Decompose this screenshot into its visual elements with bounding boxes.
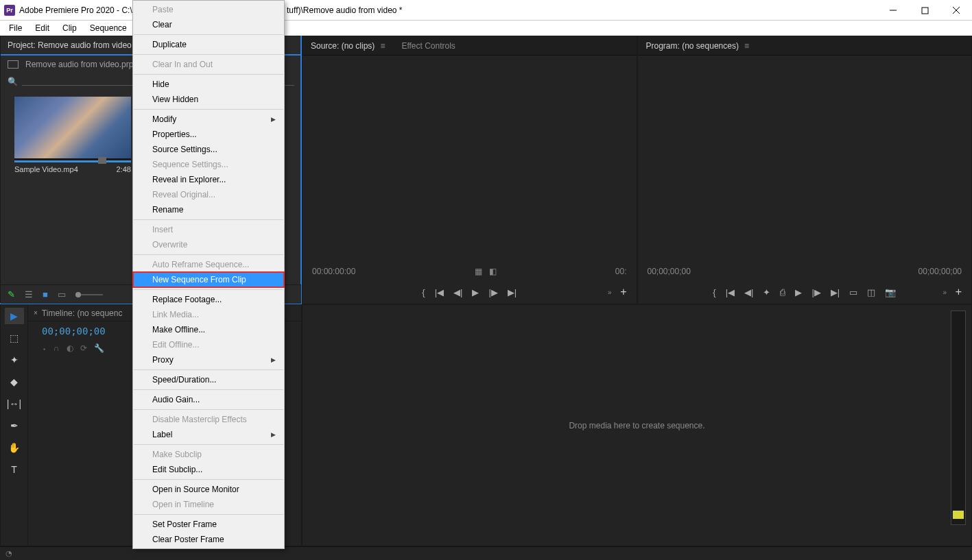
program-tc-left[interactable]: 00;00;00;00: [648, 267, 691, 276]
mark-in-icon[interactable]: {: [422, 287, 425, 297]
close-button[interactable]: [940, 0, 972, 21]
export-frame-icon[interactable]: ▭: [849, 287, 857, 297]
clip-item[interactable]: Sample Video.mp4 2:48: [14, 97, 131, 173]
ripple-edit-tool[interactable]: ✦: [5, 352, 24, 368]
menu-file[interactable]: File: [3, 22, 27, 34]
context-menu-item[interactable]: Duplicate: [133, 37, 284, 52]
context-menu-item[interactable]: Make Offline...: [133, 322, 284, 337]
marker-icon[interactable]: ◐: [67, 343, 73, 353]
context-menu-separator: [134, 289, 283, 290]
wrench-icon[interactable]: 🔧: [94, 343, 104, 353]
context-menu-item[interactable]: Properties...: [133, 127, 284, 142]
add-button-icon[interactable]: +: [620, 286, 626, 298]
step-back-icon[interactable]: ◀|: [744, 287, 753, 297]
close-tab-icon[interactable]: ×: [34, 309, 38, 317]
context-menu-item[interactable]: Edit Subclip...: [133, 462, 284, 477]
settings-icon[interactable]: ⟳: [80, 343, 87, 353]
program-panel-menu-icon[interactable]: ≡: [744, 41, 749, 51]
razor-tool[interactable]: ◆: [5, 374, 24, 390]
context-menu-separator: [134, 254, 283, 255]
source-view[interactable]: [303, 56, 637, 263]
context-menu-item[interactable]: Source Settings...: [133, 142, 284, 157]
type-tool[interactable]: T: [5, 461, 24, 478]
play-icon[interactable]: ▶: [795, 287, 802, 297]
step-fwd-icon[interactable]: |▶: [811, 287, 820, 297]
context-menu-item[interactable]: Clear: [133, 17, 284, 32]
sequence-drop-zone[interactable]: Drop media here to create sequence.: [302, 304, 972, 546]
pen-tool[interactable]: ✒: [5, 417, 24, 434]
play-icon[interactable]: ▶: [472, 287, 479, 297]
more-controls-icon[interactable]: »: [608, 289, 612, 296]
context-menu-item[interactable]: Modify▶: [133, 112, 284, 127]
extract-icon[interactable]: ⎙: [780, 287, 785, 297]
context-menu-item[interactable]: Clear Poster Frame: [133, 532, 284, 547]
zoom-slider[interactable]: [75, 294, 103, 295]
effect-controls-tab[interactable]: Effect Controls: [401, 41, 455, 51]
snap-icon[interactable]: ⬩: [42, 343, 47, 353]
context-menu-item: Reveal Original...: [133, 187, 284, 202]
search-icon: 🔍: [8, 77, 18, 86]
source-tc-right: 00:: [615, 267, 627, 276]
source-tc-left[interactable]: 00:00:00:00: [312, 267, 355, 276]
context-menu-item[interactable]: Open in Source Monitor: [133, 482, 284, 497]
context-menu-item[interactable]: Replace Footage...: [133, 292, 284, 307]
context-menu-item[interactable]: New Sequence From Clip: [133, 272, 284, 287]
menu-sequence[interactable]: Sequence: [84, 22, 132, 34]
selection-tool[interactable]: ▶: [5, 308, 24, 324]
submenu-arrow-icon: ▶: [271, 356, 276, 363]
menu-clip[interactable]: Clip: [57, 22, 82, 34]
context-menu-item: Edit Offline...: [133, 337, 284, 352]
context-menu-item[interactable]: Speed/Duration...: [133, 372, 284, 387]
context-menu-separator: [134, 389, 283, 390]
camera-icon[interactable]: 📷: [885, 287, 896, 297]
source-tab[interactable]: Source: (no clips) ≡: [311, 41, 385, 51]
more-controls-icon[interactable]: »: [943, 289, 947, 296]
hand-tool[interactable]: ✋: [5, 439, 24, 456]
go-out-icon[interactable]: ▶|: [508, 287, 517, 297]
go-out-icon[interactable]: ▶|: [831, 287, 840, 297]
submenu-arrow-icon: ▶: [271, 431, 276, 438]
context-menu-item[interactable]: Audio Gain...: [133, 392, 284, 407]
resolution-icon[interactable]: ◧: [489, 267, 497, 276]
freeform-view-icon[interactable]: ▭: [58, 289, 66, 300]
fit-icon[interactable]: ▦: [475, 267, 482, 276]
pen-icon[interactable]: ✎: [8, 289, 15, 300]
context-menu-item[interactable]: Proxy▶: [133, 352, 284, 367]
context-menu-item[interactable]: View Hidden: [133, 92, 284, 107]
slip-tool[interactable]: |↔|: [5, 395, 24, 412]
context-menu-item: Clear In and Out: [133, 57, 284, 72]
clip-thumbnail[interactable]: [14, 97, 131, 162]
clip-name: Sample Video.mp4: [14, 165, 78, 173]
minimize-button[interactable]: [877, 0, 909, 21]
step-fwd-icon[interactable]: |▶: [488, 287, 497, 297]
context-menu-item[interactable]: Hide: [133, 77, 284, 92]
program-view[interactable]: [638, 56, 972, 263]
link-icon[interactable]: ∩: [54, 343, 60, 353]
program-tab[interactable]: Program: (no sequences) ≡: [646, 41, 749, 51]
track-select-tool[interactable]: ⬚: [5, 330, 24, 346]
go-in-icon[interactable]: |◀: [726, 287, 735, 297]
step-back-icon[interactable]: ◀|: [453, 287, 462, 297]
compare-icon[interactable]: ◫: [867, 287, 875, 297]
context-menu-separator: [134, 34, 283, 35]
mark-in-icon[interactable]: {: [713, 287, 715, 297]
menu-edit[interactable]: Edit: [29, 22, 55, 34]
context-menu-item[interactable]: Rename: [133, 202, 284, 217]
context-menu-separator: [134, 444, 283, 445]
lift-icon[interactable]: ✦: [763, 287, 770, 297]
list-view-icon[interactable]: ☰: [25, 289, 33, 300]
context-menu-item[interactable]: Set Poster Frame: [133, 517, 284, 532]
context-menu-item: Make Subclip: [133, 447, 284, 462]
add-button-icon[interactable]: +: [956, 286, 962, 298]
source-panel-menu-icon[interactable]: ≡: [380, 41, 385, 51]
tool-palette: ▶ ⬚ ✦ ◆ |↔| ✒ ✋ T: [1, 305, 28, 546]
context-menu-separator: [134, 74, 283, 75]
maximize-button[interactable]: [909, 0, 940, 21]
timeline-tab-label[interactable]: Timeline: (no sequenc: [42, 308, 123, 318]
source-tab-label: Source: (no clips): [311, 41, 375, 51]
thumb-view-icon[interactable]: ■: [43, 289, 48, 300]
context-menu-item[interactable]: Reveal in Explorer...: [133, 172, 284, 187]
context-menu-item: Disable Masterclip Effects: [133, 412, 284, 427]
go-in-icon[interactable]: |◀: [435, 287, 444, 297]
context-menu-item[interactable]: Label▶: [133, 427, 284, 442]
